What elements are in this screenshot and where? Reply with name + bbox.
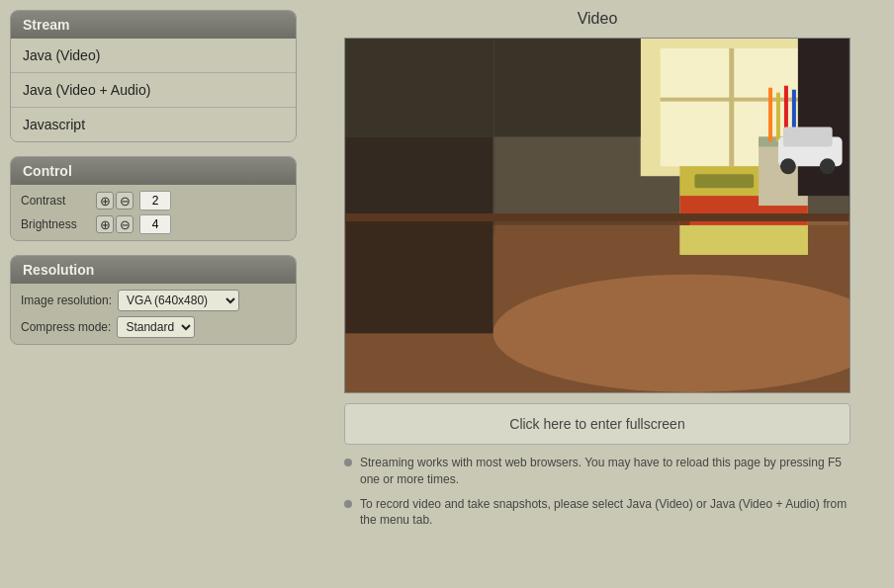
compress-mode-select[interactable]: Standard High Low xyxy=(117,316,195,338)
control-panel: Control Contrast ⊕ ⊖ Brightness ⊕ ⊖ xyxy=(10,156,297,241)
svg-rect-3 xyxy=(729,48,734,166)
video-title: Video xyxy=(578,10,618,28)
left-panel: Stream Java (Video) Java (Video + Audio)… xyxy=(10,10,297,529)
svg-rect-14 xyxy=(345,136,492,333)
stream-header: Stream xyxy=(11,11,296,39)
control-rows: Contrast ⊕ ⊖ Brightness ⊕ ⊖ xyxy=(11,185,296,240)
brightness-label: Brightness xyxy=(21,217,90,231)
brightness-decrease-button[interactable]: ⊖ xyxy=(116,215,134,233)
contrast-buttons: ⊕ ⊖ xyxy=(96,192,134,210)
contrast-value[interactable] xyxy=(139,191,171,210)
stream-item-java-video-audio[interactable]: Java (Video + Audio) xyxy=(11,73,296,108)
brightness-increase-button[interactable]: ⊕ xyxy=(96,215,114,233)
stream-item-javascript[interactable]: Javascript xyxy=(11,108,296,141)
svg-rect-12 xyxy=(680,225,808,255)
fullscreen-button[interactable]: Click here to enter fullscreen xyxy=(344,403,850,445)
svg-rect-17 xyxy=(768,88,772,142)
brightness-buttons: ⊕ ⊖ xyxy=(96,215,134,233)
info-section: Streaming works with most web browsers. … xyxy=(344,455,850,529)
svg-rect-13 xyxy=(694,174,754,188)
info-item-2: To record video and take snapshots, plea… xyxy=(344,496,850,530)
compress-mode-label: Compress mode: xyxy=(21,320,111,334)
video-image xyxy=(345,39,849,392)
contrast-row: Contrast ⊕ ⊖ xyxy=(21,191,286,210)
brightness-value[interactable] xyxy=(139,214,171,234)
bullet-1 xyxy=(344,459,352,466)
contrast-label: Contrast xyxy=(21,194,90,208)
resolution-panel: Resolution Image resolution: VGA (640x48… xyxy=(10,255,297,345)
bullet-2 xyxy=(344,500,352,508)
right-panel: Video xyxy=(311,10,884,529)
image-resolution-row: Image resolution: VGA (640x480) QVGA (32… xyxy=(21,290,286,311)
svg-rect-23 xyxy=(783,127,833,147)
svg-rect-5 xyxy=(345,39,640,136)
compress-mode-row: Compress mode: Standard High Low xyxy=(21,316,286,338)
svg-rect-28 xyxy=(345,213,849,221)
stream-item-java-video[interactable]: Java (Video) xyxy=(11,39,296,73)
svg-point-24 xyxy=(780,158,796,174)
control-header: Control xyxy=(11,157,296,185)
resolution-rows: Image resolution: VGA (640x480) QVGA (32… xyxy=(11,284,296,344)
info-item-1: Streaming works with most web browsers. … xyxy=(344,455,850,488)
svg-rect-26 xyxy=(493,39,495,235)
stream-items: Java (Video) Java (Video + Audio) Javasc… xyxy=(11,39,296,141)
video-frame xyxy=(344,38,850,393)
svg-rect-18 xyxy=(776,93,780,142)
info-text-2: To record video and take snapshots, plea… xyxy=(360,496,850,530)
image-resolution-select[interactable]: VGA (640x480) QVGA (320x240) SVGA (800x6… xyxy=(118,290,239,311)
stream-panel: Stream Java (Video) Java (Video + Audio)… xyxy=(10,10,297,142)
resolution-header: Resolution xyxy=(11,256,296,284)
contrast-increase-button[interactable]: ⊕ xyxy=(96,192,114,210)
brightness-row: Brightness ⊕ ⊖ xyxy=(21,214,286,234)
contrast-decrease-button[interactable]: ⊖ xyxy=(116,192,134,210)
svg-point-25 xyxy=(820,158,836,174)
image-resolution-label: Image resolution: xyxy=(21,294,112,307)
info-text-1: Streaming works with most web browsers. … xyxy=(360,455,850,488)
